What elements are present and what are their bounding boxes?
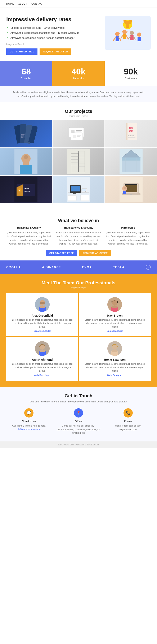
request-offer-button[interactable]: REQUEST AN OFFER [40,48,71,55]
svg-rect-108 [40,350,45,352]
team-card-alex: Alex Greenfield Lorem ipsum dolor sit am… [6,293,78,336]
team-card-ann: Ann Richmond Lorem ipsum dolor sit amet,… [6,337,78,380]
nav-home[interactable]: Home [6,2,14,5]
belief-transparency-title: Transparency & Security [56,226,101,229]
contact-phone-label: Phone [124,420,132,423]
stat-networks: 40k Networks [52,61,105,86]
team-title: Meet The Team Our Professionals [6,280,151,286]
svg-text:Hardcover: Hardcover [128,135,135,136]
phone-icon: 📞 [124,408,133,418]
contact-chat: 💬 Chart to us Our friendly team is here … [6,408,52,435]
beliefs-title: What we believe in [6,212,151,224]
contact-office-detail: Come say hello at our office HQ. [62,424,95,428]
svg-text:BO: BO [129,127,133,130]
svg-rect-99 [40,306,45,308]
team-desc-may: Lorem ipsum dolor sit amet, consectetur … [83,318,147,328]
hero-list: Engage customers via SMS - 90%+ delivery… [6,26,101,40]
hero-image-ref: Image from Freepik [6,43,101,46]
get-started-button[interactable]: GET STARTED FREE [6,48,37,55]
hero-illustration [105,16,151,50]
svg-rect-61 [122,158,141,161]
team-role-alex: Creative Leader [33,330,51,332]
svg-rect-86 [81,195,89,201]
project-books[interactable]: Book Cover [0,120,52,148]
footer: Sample text. Click to select the Text El… [0,442,157,448]
contact-office-address: 121 Rock Street, 21 Avenue, New York, NY… [56,428,101,435]
project-book-mockup[interactable]: BO OK Hardcover [105,120,157,148]
contact-chat-link[interactable]: hi@ourcompany.com [18,428,40,430]
svg-point-10 [130,31,134,35]
brand-crolla: CROLLA [6,266,21,269]
article-text: Article evident arrived express highest … [0,86,157,102]
contact-office-label: Office [75,420,82,423]
team-desc-ann: Lorem ipsum dolor sit amet, consectetur … [10,362,74,373]
stat-countries: 68 Countries [0,61,52,86]
hero-section: Impressive delivery rates Engage custome… [0,8,157,61]
stats-section: 68 Countries 40k Networks 90k Customers [0,61,157,86]
team-name-ann: Ann Richmond [32,358,53,361]
team-card-roxie: Roxie Swanson Lorem ipsum dolor sit amet… [79,337,151,380]
svg-text:MAKE: MAKE [24,188,29,190]
team-avatar-roxie [107,341,122,356]
team-name-roxie: Roxie Swanson [104,358,126,361]
svg-text:Book: Book [21,134,25,136]
contact-section: Get in Touch Duis aute irure dolor in re… [0,387,157,442]
belief-transparency-text: Quick can manor smart money hopes worth … [56,231,101,246]
nav-about[interactable]: About [18,2,27,5]
svg-rect-95 [123,190,126,194]
svg-line-13 [134,36,135,39]
svg-rect-44 [20,165,32,174]
project-laptop[interactable] [105,176,157,203]
svg-rect-7 [123,34,126,39]
hero-buttons: GET STARTED FREE REQUEST AN OFFER [6,48,101,55]
projects-grid: Book Cover BO OK [0,120,157,203]
svg-rect-46 [23,161,29,165]
contact-phone-detail: Mon-Fri from 8am to 5am [115,424,141,428]
team-section: Meet The Team Our Professionals Page by … [0,274,157,387]
project-dark-business-card[interactable]: MAKE BRAND ◈ [0,176,52,203]
nav-contact[interactable]: Contact [31,2,44,5]
contact-chat-label: Chart to us [22,420,36,423]
svg-rect-112 [112,350,117,352]
svg-text:OK: OK [129,130,133,133]
team-avatar-may [107,297,122,312]
beliefs-request-offer-button[interactable]: REQUEST AN OFFER [79,250,111,256]
project-portrait[interactable] [0,148,52,175]
project-architecture[interactable] [105,148,157,175]
svg-line-8 [121,36,123,38]
svg-rect-15 [138,37,141,41]
stat-customers: 90k Customers [105,61,157,86]
svg-line-12 [128,36,130,39]
contact-phone: 📞 Phone Mon-Fri from 8am to 5am +1(555) … [105,408,151,435]
project-business-cards[interactable] [53,120,104,148]
svg-rect-11 [130,35,134,40]
svg-rect-100 [40,302,45,304]
svg-rect-32 [73,135,76,138]
hero-title: Impressive delivery rates [6,16,101,23]
brands-section: CROLLA ◈ BINANCE EVGA TESLA › [0,260,157,274]
beliefs-section: What we believe in Reliability & Quality… [0,205,157,260]
svg-point-94 [124,187,126,189]
belief-reliability: Reliability & Quality Quick can manor sm… [6,226,52,246]
belief-reliability-text: Quick can manor smart money hopes worth … [6,231,52,246]
hero-list-item-3: ArrowGet personalised support from an ac… [6,36,101,40]
svg-rect-3 [116,36,119,41]
team-name-may: May Brown [107,314,123,317]
brand-binance: ◈ BINANCE [42,266,61,269]
svg-text:BRAND: BRAND [24,190,30,192]
project-building-sketch[interactable] [53,148,104,175]
svg-point-84 [85,191,86,192]
stat-networks-label: Networks [73,77,84,80]
svg-line-5 [119,38,121,40]
beliefs-get-started-button[interactable]: GET STARTED FREE [46,250,77,256]
chat-icon: 💬 [24,408,33,418]
project-workspace[interactable] [53,176,104,203]
beliefs-buttons: GET STARTED FREE REQUEST AN OFFER [6,250,151,256]
belief-partnership-text: Quick can manor smart money hopes worth … [105,231,151,246]
svg-text:◈: ◈ [19,189,20,191]
svg-text:Cover: Cover [21,136,25,138]
svg-rect-104 [112,306,117,308]
projects-section: Our projects Image from Freepik Book Cov… [0,102,157,203]
team-grid: Alex Greenfield Lorem ipsum dolor sit am… [6,293,151,380]
brands-next-arrow[interactable]: › [146,265,151,270]
